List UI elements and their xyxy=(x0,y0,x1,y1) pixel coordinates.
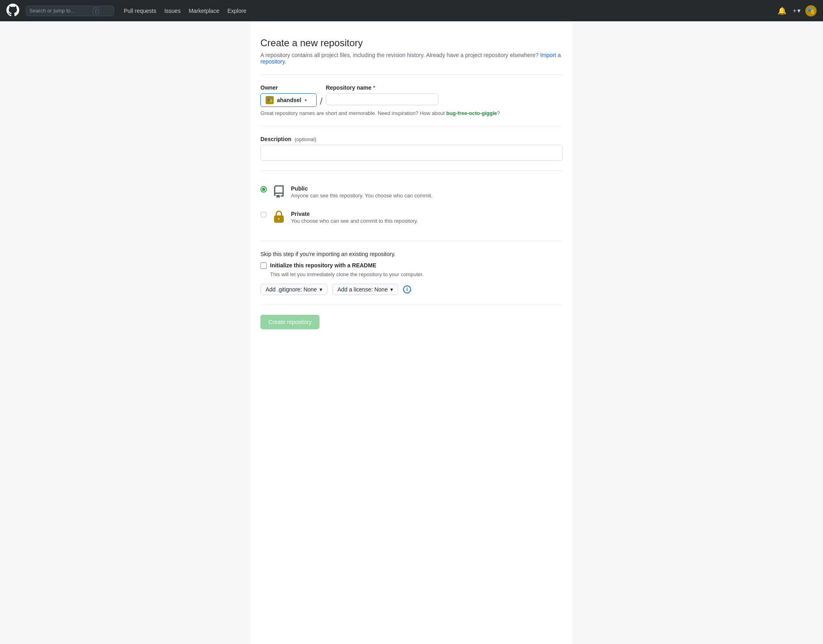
section-divider-bottom xyxy=(260,305,563,305)
section-divider-description xyxy=(260,126,563,126)
public-text-block: Public Anyone can see this repository. Y… xyxy=(291,185,432,199)
page-title: Create a new repository xyxy=(260,37,563,49)
description-input[interactable] xyxy=(260,145,563,161)
dropdowns-row: Add .gitignore: None ▾ Add a license: No… xyxy=(260,284,563,295)
nav-issues[interactable]: Issues xyxy=(164,8,180,14)
kbd-slash: / xyxy=(93,8,99,14)
public-desc: Anyone can see this repository. You choo… xyxy=(291,193,432,199)
plus-icon: + xyxy=(793,7,796,14)
repo-name-input[interactable] xyxy=(326,93,438,105)
public-radio-wrapper[interactable] xyxy=(260,185,267,193)
search-bar[interactable]: / xyxy=(26,6,114,16)
repo-name-label: Repository name* xyxy=(326,84,438,91)
new-item-button[interactable]: + ▾ xyxy=(793,7,800,14)
navbar-links: Pull requests Issues Marketplace Explore xyxy=(124,8,246,14)
nav-marketplace[interactable]: Marketplace xyxy=(188,8,219,14)
public-title: Public xyxy=(291,185,432,192)
private-title: Private xyxy=(291,211,418,217)
private-option[interactable]: Private You choose who can see and commi… xyxy=(260,206,563,231)
github-logo-link[interactable] xyxy=(6,4,19,18)
owner-label: Owner xyxy=(260,84,317,91)
readme-desc: This will let you immediately clone the … xyxy=(270,271,563,277)
owner-selector[interactable]: 🎭 ahandsel ▾ xyxy=(260,93,317,107)
owner-avatar: 🎭 xyxy=(266,96,274,104)
license-info-icon[interactable]: i xyxy=(403,285,411,293)
page-container: Create a new repository A repository con… xyxy=(251,21,572,644)
public-repo-icon xyxy=(272,185,286,201)
navbar-right: 🔔 + ▾ 🎭 xyxy=(776,5,817,17)
private-radio-btn[interactable] xyxy=(260,211,267,218)
section-divider-visibility xyxy=(260,170,563,171)
slash-separator: / xyxy=(320,84,323,107)
section-divider-readme xyxy=(260,241,563,241)
user-avatar-button[interactable]: 🎭 xyxy=(805,5,817,16)
avatar-icon: 🎭 xyxy=(807,7,815,14)
notifications-button[interactable]: 🔔 xyxy=(776,5,788,17)
private-radio-wrapper[interactable] xyxy=(260,211,267,218)
description-group: Description (optional) xyxy=(260,136,563,161)
github-logo-icon xyxy=(6,4,19,16)
license-chevron-icon: ▾ xyxy=(390,286,393,293)
gitignore-chevron-icon: ▾ xyxy=(319,286,322,293)
section-divider-top xyxy=(260,74,563,75)
private-text-block: Private You choose who can see and commi… xyxy=(291,211,418,224)
owner-chevron-icon: ▾ xyxy=(305,98,307,103)
repo-name-group: Repository name* xyxy=(326,84,438,105)
skip-text: Skip this step if you're importing an ex… xyxy=(260,251,563,257)
search-input[interactable] xyxy=(29,8,90,14)
owner-name-text: ahandsel xyxy=(277,97,301,103)
private-repo-icon xyxy=(272,211,286,226)
description-label: Description (optional) xyxy=(260,136,563,142)
plus-chevron-icon: ▾ xyxy=(797,7,800,14)
readme-label[interactable]: Initialize this repository with a README xyxy=(270,262,376,269)
gitignore-dropdown[interactable]: Add .gitignore: None ▾ xyxy=(260,284,328,295)
inspiration-name-link[interactable]: bug-free-octo-giggle xyxy=(446,110,497,116)
readme-checkbox-row: Initialize this repository with a README xyxy=(260,262,563,269)
page-subtitle: A repository contains all project files,… xyxy=(260,52,563,65)
public-radio-btn[interactable] xyxy=(260,186,267,193)
owner-group: Owner 🎭 ahandsel ▾ xyxy=(260,84,317,107)
public-option[interactable]: Public Anyone can see this repository. Y… xyxy=(260,180,563,206)
create-repository-button[interactable]: Create repository xyxy=(260,315,319,329)
readme-checkbox[interactable] xyxy=(260,263,267,269)
inspiration-text: Great repository names are short and mem… xyxy=(260,110,563,116)
nav-pull-requests[interactable]: Pull requests xyxy=(124,8,156,14)
required-marker: * xyxy=(373,84,375,91)
subtitle-text: A repository contains all project files,… xyxy=(260,52,538,58)
private-desc: You choose who can see and commit to thi… xyxy=(291,218,418,224)
license-label: Add a license: None xyxy=(338,286,388,293)
nav-explore[interactable]: Explore xyxy=(227,8,246,14)
optional-label: (optional) xyxy=(295,136,316,142)
license-dropdown[interactable]: Add a license: None ▾ xyxy=(332,284,398,295)
owner-repo-row: Owner 🎭 ahandsel ▾ / Repository name* xyxy=(260,84,563,107)
navbar: / Pull requests Issues Marketplace Explo… xyxy=(0,0,823,21)
gitignore-label: Add .gitignore: None xyxy=(266,286,317,293)
